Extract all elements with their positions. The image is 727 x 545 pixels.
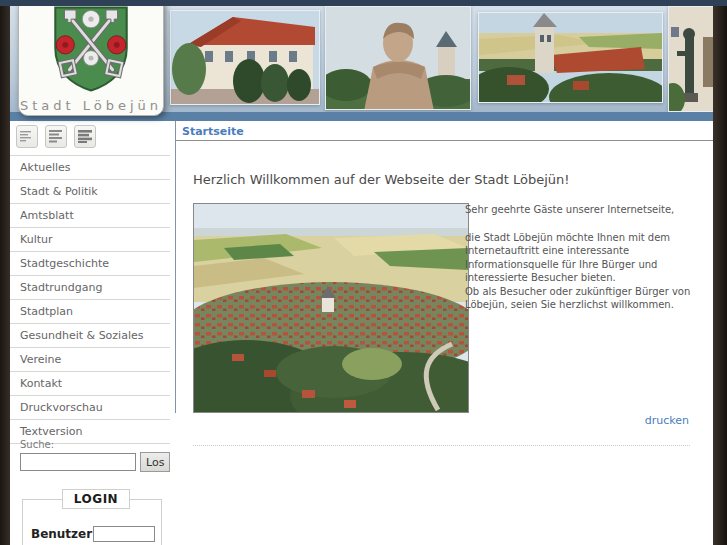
username-field[interactable]: [93, 526, 155, 542]
search-submit-button[interactable]: Los: [140, 452, 170, 472]
sidebar: Aktuelles Stadt & Politik Amtsblatt Kult…: [10, 121, 170, 545]
site-logo[interactable]: Stadt Löbejün: [18, 1, 164, 116]
content-bottom-divider: [193, 445, 690, 446]
sidebar-item-kultur[interactable]: Kultur: [10, 228, 170, 252]
breadcrumb-divider: [175, 140, 713, 141]
rose-white-top: [82, 10, 99, 27]
text-lines-medium-icon: [49, 130, 63, 143]
top-navy-bar: [0, 0, 727, 6]
page-title: Herzlich Willkommen auf der Webseite der…: [193, 172, 569, 187]
welcome-paragraph-3: Ob als Besucher oder zukünftiger Bürger …: [465, 285, 711, 312]
rose-red-right: [108, 36, 126, 54]
sidebar-item-stadtrundgang[interactable]: Stadtrundgang: [10, 276, 170, 300]
print-link[interactable]: drucken: [645, 414, 689, 427]
window-right-edge: [713, 0, 727, 545]
site-title: Stadt Löbejün: [19, 98, 163, 113]
login-panel: LOGIN Benutzer Passwort: [22, 489, 162, 545]
page-canvas: Stadt Löbejün: [0, 0, 727, 545]
rose-red-left: [56, 36, 74, 54]
photo-bust-statue: [325, 6, 471, 110]
sidebar-item-kontakt[interactable]: Kontakt: [10, 372, 170, 396]
aerial-town-photo: [193, 203, 469, 413]
font-size-medium-button[interactable]: [45, 125, 67, 148]
search-box: Suche: Los: [20, 439, 168, 472]
content-left-divider: [175, 121, 176, 413]
welcome-text: Sehr geehrte Gäste unserer Internetseite…: [465, 203, 711, 312]
search-input[interactable]: [20, 453, 136, 471]
photo-water-pump: [668, 6, 713, 112]
sidebar-item-stadtgeschichte[interactable]: Stadtgeschichte: [10, 252, 170, 276]
sidebar-menu: Aktuelles Stadt & Politik Amtsblatt Kult…: [10, 155, 170, 444]
window-left-edge: [0, 0, 10, 545]
page-body: Stadt Löbejün: [10, 0, 713, 545]
welcome-paragraph-1: Sehr geehrte Gäste unserer Internetseite…: [465, 203, 711, 217]
photo-town-hall: [170, 10, 320, 105]
font-size-large-button[interactable]: [74, 125, 96, 148]
sidebar-item-gesundheit-soziales[interactable]: Gesundheit & Soziales: [10, 324, 170, 348]
sidebar-item-druckvorschau[interactable]: Druckvorschau: [10, 396, 170, 420]
main-content: Startseite Herzlich Willkommen auf der W…: [175, 121, 713, 545]
rose-white-bottom: [84, 51, 99, 66]
text-lines-large-icon: [78, 130, 92, 143]
coat-of-arms-icon: [49, 5, 133, 93]
font-size-small-button[interactable]: [16, 125, 38, 148]
breadcrumb-startseite[interactable]: Startseite: [182, 125, 244, 138]
username-label: Benutzer: [31, 527, 93, 541]
sidebar-item-stadtplan[interactable]: Stadtplan: [10, 300, 170, 324]
sidebar-item-vereine[interactable]: Vereine: [10, 348, 170, 372]
sidebar-item-stadt-politik[interactable]: Stadt & Politik: [10, 180, 170, 204]
search-label: Suche:: [20, 439, 168, 450]
login-legend: LOGIN: [62, 489, 130, 509]
sidebar-item-aktuelles[interactable]: Aktuelles: [10, 156, 170, 180]
photo-church-panorama: [478, 12, 663, 103]
font-size-switcher: [16, 125, 96, 148]
welcome-paragraph-2: die Stadt Löbejün möchte Ihnen mit dem I…: [465, 231, 711, 285]
sidebar-item-amtsblatt[interactable]: Amtsblatt: [10, 204, 170, 228]
text-lines-small-icon: [20, 130, 34, 143]
